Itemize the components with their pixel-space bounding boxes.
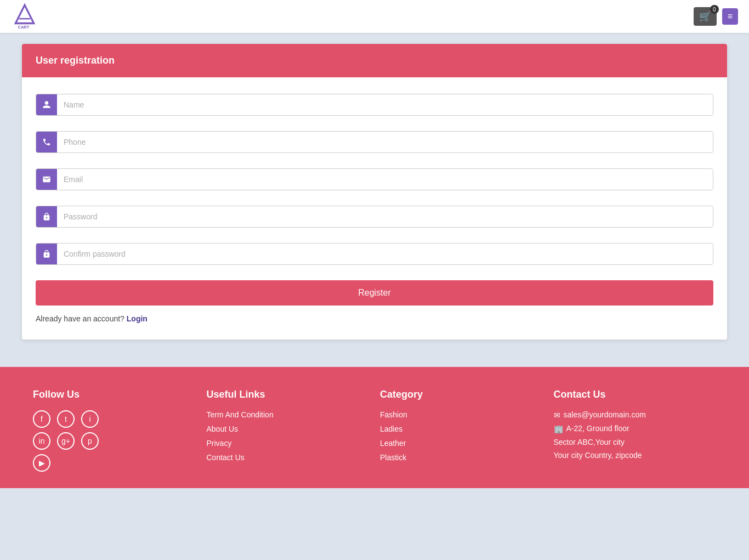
contact-us-section: Contact Us ✉ sales@yourdomain.com 🏢 A-22…: [554, 389, 717, 472]
svg-marker-0: [15, 5, 33, 23]
login-link[interactable]: Login: [127, 314, 147, 323]
link-term-condition[interactable]: Term And Condition: [207, 410, 370, 419]
name-input-wrapper: [36, 94, 713, 116]
phone-input-wrapper: [36, 131, 713, 153]
contact-address3: Your city Country, zipcode: [554, 451, 642, 460]
registration-card: User registration: [22, 44, 727, 340]
phone-group: [36, 131, 713, 153]
youtube-icon[interactable]: ▶: [33, 454, 50, 472]
main-content: User registration: [0, 33, 749, 350]
email-icon: [36, 169, 57, 190]
password-input[interactable]: [57, 207, 713, 226]
header-right: 🛒 0 ≡: [694, 7, 738, 26]
twitter-icon[interactable]: t: [57, 410, 75, 428]
contact-city-row: Sector ABC,Your city: [554, 438, 717, 446]
contact-address1: A-22, Ground floor: [566, 424, 629, 433]
email-input[interactable]: [57, 170, 713, 189]
logo-area: CART: [11, 3, 38, 30]
category-ladies[interactable]: Ladies: [380, 425, 543, 433]
confirm-password-input-wrapper: [36, 243, 713, 265]
email-group: [36, 168, 713, 190]
link-contact-us[interactable]: Contact Us: [207, 453, 370, 462]
useful-links-title: Useful Links: [207, 389, 370, 400]
address-icon: 🏢: [554, 425, 563, 433]
category-leather[interactable]: Leather: [380, 439, 543, 448]
header: CART 🛒 0 ≡: [0, 0, 749, 33]
card-header: User registration: [22, 44, 727, 77]
contact-email-row: ✉ sales@yourdomain.com: [554, 410, 717, 420]
lock-icon: [36, 206, 57, 227]
contact-email: sales@yourdomain.com: [564, 410, 646, 419]
footer-grid: Follow Us f t i in g+ p ▶ Useful Links T…: [33, 389, 716, 472]
person-icon: [36, 94, 57, 115]
contact-address-row: 🏢 A-22, Ground floor: [554, 424, 717, 433]
password-group: [36, 206, 713, 228]
card-body: Register Already have an account? Login: [22, 77, 727, 340]
confirm-password-group: [36, 243, 713, 265]
logo-icon: CART: [11, 3, 38, 30]
phone-input[interactable]: [57, 133, 713, 151]
follow-us-title: Follow Us: [33, 389, 196, 400]
googleplus-icon[interactable]: g+: [57, 432, 75, 450]
link-privacy[interactable]: Privacy: [207, 439, 370, 448]
login-prompt-text: Already have an account?: [36, 314, 124, 323]
contact-zip-row: Your city Country, zipcode: [554, 451, 717, 460]
footer: Follow Us f t i in g+ p ▶ Useful Links T…: [0, 367, 749, 488]
svg-text:CART: CART: [18, 25, 30, 30]
pinterest-icon[interactable]: p: [81, 432, 99, 450]
category-title: Category: [380, 389, 543, 400]
confirm-lock-icon: [36, 244, 57, 264]
facebook-icon[interactable]: f: [33, 410, 50, 428]
social-icons: f t i in g+ p ▶: [33, 410, 196, 472]
password-input-wrapper: [36, 206, 713, 228]
name-group: [36, 94, 713, 116]
category-fashion[interactable]: Fashion: [380, 410, 543, 419]
cart-button[interactable]: 🛒 0: [694, 7, 717, 26]
cart-badge: 0: [710, 5, 719, 14]
contact-us-title: Contact Us: [554, 389, 717, 400]
useful-links-section: Useful Links Term And Condition About Us…: [207, 389, 370, 472]
category-section: Category Fashion Ladies Leather Plastick: [380, 389, 543, 472]
link-about-us[interactable]: About Us: [207, 425, 370, 433]
email-input-wrapper: [36, 168, 713, 190]
confirm-password-input[interactable]: [57, 245, 713, 263]
login-link-row: Already have an account? Login: [36, 314, 713, 323]
email-contact-icon: ✉: [554, 411, 560, 420]
linkedin-icon[interactable]: in: [33, 432, 50, 450]
menu-button[interactable]: ≡: [722, 8, 738, 25]
instagram-icon[interactable]: i: [81, 410, 99, 428]
register-button[interactable]: Register: [36, 280, 713, 306]
follow-us-section: Follow Us f t i in g+ p ▶: [33, 389, 196, 472]
form-title: User registration: [36, 55, 115, 66]
phone-icon: [36, 132, 57, 152]
contact-address2: Sector ABC,Your city: [554, 438, 625, 446]
name-input[interactable]: [57, 95, 713, 114]
category-plastick[interactable]: Plastick: [380, 453, 543, 462]
